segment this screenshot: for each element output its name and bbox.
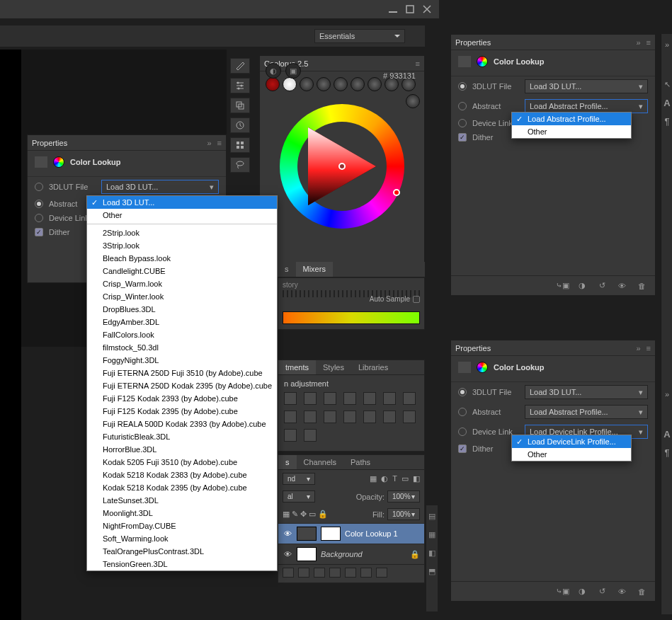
tab-channels[interactable]: Channels (297, 455, 343, 469)
adj-hue-icon[interactable] (383, 392, 396, 405)
dock-icon[interactable]: ◧ (426, 545, 438, 561)
dropdown-item[interactable]: EdgyAmber.3DL (87, 316, 277, 328)
paragraph-panel-icon[interactable]: ¶ (661, 113, 672, 129)
dropdown-item[interactable]: 2Strip.look (87, 226, 277, 239)
tool-brush-presets[interactable] (230, 58, 250, 74)
wheel-picker-dot[interactable] (393, 189, 400, 196)
coolorus-mode-button[interactable]: ▣ (285, 63, 301, 79)
radio-3dlut[interactable] (35, 183, 43, 191)
layer-item[interactable]: 👁 Background 🔒 (278, 544, 424, 564)
tab-paths[interactable]: Paths (343, 455, 377, 469)
reset-icon[interactable]: ↺ (596, 280, 608, 292)
tool-clone[interactable] (230, 98, 250, 113)
dropdown-item[interactable]: Fuji ETERNA 250D Kodak 2395 (by Adobe).c… (87, 379, 277, 392)
coolorus-mode-button[interactable]: ◐ (266, 63, 281, 79)
filter-pixel-icon[interactable]: ▦ (370, 474, 377, 483)
autosample-toggle[interactable]: Auto Sample (370, 295, 420, 303)
prev-state-icon[interactable]: ◑ (576, 280, 588, 292)
dropdown-item[interactable]: Kodak 5218 Kodak 2383 (by Adobe).cube (87, 469, 277, 481)
character-panel-icon[interactable]: A (661, 95, 672, 110)
hex-readout[interactable]: # 933131 (383, 71, 416, 80)
dropdown-item[interactable]: Load Abstract Profile... (512, 113, 631, 125)
abstract-select[interactable]: Load Abstract Profile...▾ (525, 99, 648, 113)
dropdown-item[interactable]: Fuji REALA 500D Kodak 2393 (by Adobe).cu… (87, 418, 277, 430)
adj-curves-icon[interactable] (324, 392, 336, 405)
mask-icon[interactable] (314, 568, 325, 578)
tool-settings[interactable] (230, 78, 250, 93)
adj-invert-icon[interactable] (363, 411, 376, 423)
dropdown-item[interactable]: Load DeviceLink Profile... (512, 435, 631, 448)
visibility-toggle[interactable]: 👁 (283, 549, 292, 559)
dropdown-item[interactable]: Other (87, 209, 277, 222)
paragraph-panel-icon[interactable]: ¶ (661, 444, 672, 460)
dropdown-item[interactable]: Soft_Warming.look (87, 532, 277, 545)
maximize-button[interactable] (402, 4, 418, 15)
swatch-preset[interactable] (351, 77, 365, 91)
new-layer-icon[interactable] (360, 568, 372, 578)
fill-input[interactable]: 100%▾ (387, 508, 420, 520)
tool-lasso[interactable] (230, 157, 250, 173)
dither-checkbox[interactable] (458, 444, 467, 453)
lut-file-select[interactable]: Load 3D LUT...▾ (525, 385, 648, 399)
radio-devicelink[interactable] (35, 214, 43, 222)
group-icon[interactable] (345, 568, 356, 578)
dock-icon[interactable]: ▦ (426, 527, 438, 542)
prev-state-icon[interactable]: ◑ (576, 586, 588, 597)
collapse-icon[interactable]: » (207, 139, 211, 147)
dropdown-item[interactable]: Kodak 5218 Kodak 2395 (by Adobe).cube (87, 481, 277, 494)
dock-icon[interactable]: ▤ (426, 508, 438, 524)
dropdown-item[interactable]: Fuji ETERNA 250D Fuji 3510 (by Adobe).cu… (87, 367, 277, 379)
dropdown-item[interactable]: HorrorBlue.3DL (87, 443, 277, 456)
dropdown-item[interactable]: Fuji F125 Kodak 2395 (by Adobe).cube (87, 405, 277, 418)
visibility-toggle[interactable]: 👁 (283, 529, 292, 539)
dropdown-item[interactable]: Moonlight.3DL (87, 507, 277, 519)
dropdown-item[interactable]: Other (512, 448, 631, 461)
adj-photo-filter-icon[interactable] (304, 411, 317, 423)
trash-icon[interactable] (376, 568, 387, 578)
adj-threshold-icon[interactable] (403, 411, 416, 423)
tab-fragment[interactable]: s (278, 262, 296, 277)
properties-header[interactable]: Properties »≡ (28, 135, 226, 151)
dropdown-item[interactable]: filmstock_50.3dl (87, 341, 277, 354)
dropdown-item[interactable]: FoggyNight.3DL (87, 354, 277, 367)
collapse-icon[interactable]: » (636, 38, 640, 47)
dropdown-item[interactable]: FallColors.look (87, 328, 277, 341)
adj-balance-icon[interactable] (403, 392, 416, 405)
collapse-icon[interactable]: » (636, 344, 640, 352)
dropdown-item[interactable]: Crisp_Warm.look (87, 277, 277, 290)
dock-icon[interactable]: ⬒ (426, 563, 438, 579)
radio-abstract[interactable] (458, 408, 467, 416)
dock-cursor-icon[interactable]: ↖ (661, 76, 672, 92)
panel-menu-icon[interactable]: ≡ (217, 139, 222, 147)
filter-type-icon[interactable]: T (392, 474, 397, 483)
tab-libraries[interactable]: Libraries (351, 360, 395, 374)
dropdown-item[interactable]: Crisp_Winter.look (87, 290, 277, 303)
clip-icon[interactable]: ⤷▣ (556, 586, 569, 597)
fx-icon[interactable] (298, 568, 309, 578)
new-fill-icon[interactable] (329, 568, 341, 578)
lock-icons[interactable]: ▦ ✎ ✥ ▭ 🔒 (283, 510, 328, 519)
dropdown-item[interactable]: NightFromDay.CUBE (87, 519, 277, 532)
dropdown-item[interactable]: Bleach Bypass.look (87, 252, 277, 265)
adj-channel-mixer-icon[interactable] (324, 411, 336, 423)
adj-gradient-map-icon[interactable] (284, 429, 297, 442)
dropdown-item[interactable]: TealOrangePlusContrast.3DL (87, 545, 277, 558)
radio-devicelink[interactable] (458, 119, 467, 127)
adj-selective-icon[interactable] (304, 429, 317, 442)
link-layers-icon[interactable] (283, 568, 294, 578)
swatch-preset[interactable] (300, 77, 314, 91)
dropdown-item[interactable]: DropBlues.3DL (87, 303, 277, 316)
swatch-preset[interactable] (317, 77, 331, 91)
workspace-select[interactable]: Essentials (314, 29, 405, 43)
character-panel-icon[interactable]: A (661, 426, 672, 442)
tab-mixers[interactable]: Mixers (296, 262, 333, 277)
layer-item[interactable]: 👁 Color Lookup 1 (278, 523, 424, 544)
tab-layers[interactable]: s (278, 455, 297, 469)
triangle-picker-dot[interactable] (338, 163, 346, 170)
abstract-select[interactable]: Load Abstract Profile...▾ (525, 405, 648, 419)
swatch-background[interactable] (283, 77, 297, 91)
swatch-foreground[interactable] (266, 77, 280, 91)
dropdown-item[interactable]: 3Strip.look (87, 239, 277, 252)
color-wheel[interactable] (280, 104, 404, 229)
minimize-button[interactable] (385, 4, 401, 15)
